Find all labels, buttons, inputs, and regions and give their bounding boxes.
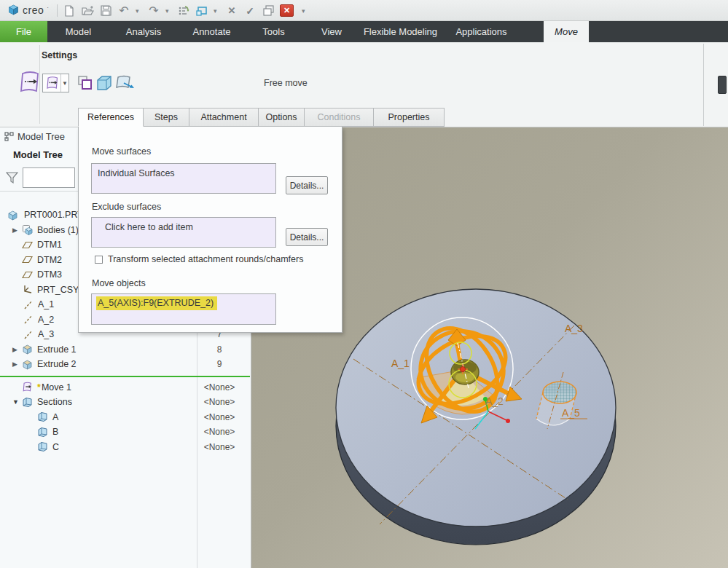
quick-access-toolbar: ↶ ▾ ↷ ▾ ▾ ✕ ✓ ✕ ▾ (63, 3, 308, 18)
creo-window: { "window": { "app_name": "creo" }, "rib… (0, 0, 728, 568)
datum-axis-icon (23, 329, 34, 340)
attach-surfaces-toggle-icon[interactable] (95, 74, 113, 92)
free-move-mode-icon (44, 76, 60, 90)
feature-number: <None> (197, 382, 242, 393)
tree-row-section-b[interactable]: B <None> (0, 425, 251, 440)
redo-icon[interactable]: ↷ (147, 4, 160, 17)
tab-attachment[interactable]: Attachment (189, 108, 259, 127)
tree-row-section-c[interactable]: C <None> (0, 440, 251, 455)
extrude-feature-icon (22, 344, 33, 355)
references-panel: Move surfaces Individual Surfaces Detail… (78, 127, 343, 333)
open-icon[interactable] (81, 4, 94, 17)
exclude-surfaces-label: Exclude surfaces (92, 202, 161, 212)
tab-references[interactable]: References (78, 108, 144, 127)
title-bar: creo· ↶ ▾ ↷ ▾ ▾ ✕ ✓ ✕ ▾ (0, 0, 728, 21)
feature-number: 8 (197, 344, 242, 355)
tree-row-extrude1[interactable]: ▶ Extrude 1 8 (0, 342, 251, 358)
feature-number: <None> (197, 442, 242, 452)
app-name: creo (23, 4, 44, 16)
close-window-icon[interactable]: ✕ (225, 4, 238, 17)
transform-rounds-label: Transform selected attachment rounds/cha… (108, 254, 303, 264)
tree-row-move1[interactable]: *Move 1 <None> (0, 380, 251, 395)
details-button-1[interactable]: Details... (286, 176, 328, 194)
copy-geometry-toggle-icon[interactable] (77, 74, 94, 92)
exit-button[interactable]: ✕ (280, 4, 294, 17)
transform-rounds-checkbox[interactable] (95, 256, 103, 264)
move-surfaces-label: Move surfaces (92, 146, 151, 157)
model-tree-title: Model Tree (13, 149, 63, 160)
bodies-folder-icon (22, 224, 33, 235)
model-tree-nav-title[interactable]: Model Tree (4, 131, 65, 142)
tab-flexible-modeling[interactable]: Flexible Modeling (361, 21, 439, 42)
details-button-2[interactable]: Details... (286, 228, 328, 246)
section-plane-icon (37, 427, 48, 438)
coordinate-system-icon (22, 284, 33, 295)
tab-options[interactable]: Options (259, 108, 305, 127)
move-objects-value-highlighted[interactable]: A_5(AXIS):F9(EXTRUDE_2) (96, 296, 217, 310)
windows-stack-icon[interactable] (262, 4, 275, 17)
extrude-feature-icon (22, 359, 33, 370)
surface-move-option-icon[interactable] (115, 74, 133, 92)
expander-collapsed-icon[interactable]: ▶ (12, 360, 20, 368)
exclude-surfaces-collector[interactable]: Click here to add item (91, 217, 276, 248)
accept-icon[interactable]: ✓ (243, 4, 257, 17)
save-icon[interactable] (99, 4, 112, 17)
regenerate-icon[interactable] (177, 4, 190, 17)
dashboard-separator (703, 44, 704, 126)
tree-filter-input[interactable] (23, 167, 75, 188)
window-switch-dropdown-icon[interactable]: ▾ (214, 7, 220, 15)
tab-file[interactable]: File (0, 21, 47, 42)
tab-properties[interactable]: Properties (374, 108, 445, 127)
move-type-dropdown-icon[interactable]: ▼ (60, 74, 69, 92)
move-type-selector[interactable]: ▼ (42, 74, 69, 92)
model-tree-icon (4, 132, 14, 141)
new-document-icon[interactable] (63, 4, 76, 17)
feature-number: <None> (197, 427, 242, 437)
status-text: Free move (264, 78, 308, 88)
part-icon (7, 210, 18, 221)
pause-button[interactable] (718, 76, 727, 94)
tab-model[interactable]: Model (47, 21, 109, 42)
group-separator (39, 45, 40, 124)
move-objects-label: Move objects (92, 278, 146, 288)
undo-dropdown-icon[interactable]: ▾ (136, 7, 142, 15)
datum-plane-icon (22, 269, 33, 280)
modified-marker: * (37, 382, 41, 393)
tab-move-active[interactable]: Move (544, 21, 589, 42)
tab-view[interactable]: View (302, 21, 361, 42)
feature-number: <None> (197, 397, 242, 407)
section-plane-icon (37, 411, 48, 422)
redo-dropdown-icon[interactable]: ▾ (165, 7, 172, 15)
tab-steps[interactable]: Steps (144, 108, 189, 127)
section-plane-icon (37, 441, 48, 452)
insertion-indicator[interactable] (0, 372, 251, 380)
creo-cube-icon (7, 4, 20, 16)
filter-funnel-icon[interactable] (6, 171, 18, 184)
axis-label-a3[interactable]: A_3 (565, 323, 583, 334)
expander-expanded-icon[interactable]: ▼ (12, 398, 20, 406)
datum-plane-icon (22, 240, 33, 251)
tab-annotate[interactable]: Annotate (178, 21, 246, 42)
tree-row-extrude2[interactable]: ▶ Extrude 2 9 (0, 357, 251, 372)
feature-number: 9 (197, 359, 242, 369)
axis-label-a2[interactable]: A_2 (485, 395, 504, 407)
dashboard-tab-row: References Steps Attachment Options Cond… (78, 108, 445, 127)
axis-label-a5[interactable]: A_5 (562, 407, 580, 419)
datum-axis-icon (23, 314, 34, 325)
window-switch-icon[interactable] (195, 4, 208, 17)
move-surfaces-collector[interactable]: Individual Surfaces (91, 163, 276, 194)
tab-tools[interactable]: Tools (246, 21, 302, 42)
expander-collapsed-icon[interactable]: ▶ (12, 226, 20, 234)
expander-collapsed-icon[interactable]: ▶ (12, 346, 20, 353)
tree-row-section-a[interactable]: A <None> (0, 410, 251, 425)
axis-label-a1[interactable]: A_1 (391, 358, 410, 369)
move-objects-collector[interactable]: A_5(AXIS):F9(EXTRUDE_2) (91, 293, 276, 325)
move-feature-icon (22, 382, 33, 393)
tree-row-sections[interactable]: ▼ Sections <None> (0, 395, 251, 410)
feature-number: <None> (197, 412, 242, 422)
toolbar-customize-dropdown-icon[interactable]: ▾ (302, 7, 308, 15)
app-logo: creo· (7, 4, 49, 16)
tab-analysis[interactable]: Analysis (109, 21, 178, 42)
tab-applications[interactable]: Applications (439, 21, 523, 42)
undo-icon[interactable]: ↶ (117, 4, 130, 17)
